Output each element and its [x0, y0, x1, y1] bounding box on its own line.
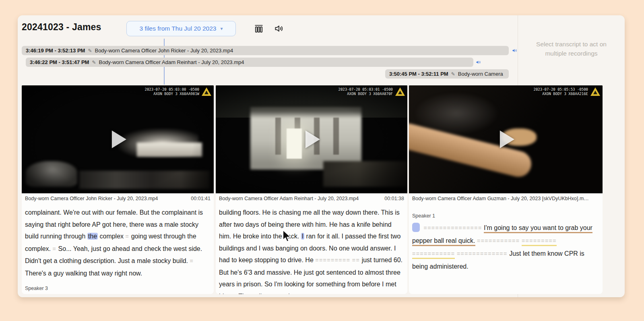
volume-icon[interactable]	[274, 23, 284, 34]
bar-time-range: 3:46:22 PM - 3:51:47 PM	[30, 59, 89, 65]
bar-filename: Body-worn Camera Officer John Ricker - J…	[95, 48, 233, 54]
timeline-bar-ricker[interactable]: 3:46:19 PM - 3:52:13 PM ✎ Body-worn Came…	[22, 46, 509, 55]
transcript-segment-dash[interactable]: ==	[352, 257, 360, 263]
video-title: Body-worn Camera Officer Adam Guzman - J…	[412, 196, 589, 201]
chevron-down-icon: ▾	[220, 26, 223, 31]
axon-overlay: 2023-07-20 05:03:01 -0500 AXON BODY 3 X6…	[339, 87, 405, 96]
video-panel-ricker: 2023-07-20 05:03:00 -0500 AXON BODY 3 X6…	[22, 85, 214, 294]
transcript-segment-dash[interactable]: ===============	[423, 225, 482, 231]
bar-volume-icon[interactable]	[475, 59, 482, 65]
axon-logo-icon	[202, 87, 211, 96]
transcript[interactable]: complainant. We're out with our female. …	[22, 204, 214, 294]
transcript-segment-hl[interactable]: the	[87, 233, 98, 240]
axon-logo-icon	[395, 87, 405, 96]
axon-overlay: 2023-07-20 05:05:53 -0500 AXON BODY 3 X6…	[534, 87, 600, 96]
transcript-segment-hlblock[interactable]	[412, 223, 420, 232]
transcript-segment-dash[interactable]: ===========	[477, 238, 520, 244]
bar-filename: Body-worn Camera Officer Adam Reinhart -…	[99, 59, 244, 65]
overlay-timestamp: 2023-07-20 05:03:00 -0500	[145, 87, 199, 92]
transcript-segment-speaker: Speaker 1	[412, 213, 599, 219]
video-panel-guzman: 2023-07-20 05:05:53 -0500 AXON BODY 3 X6…	[409, 85, 603, 294]
transcript-segment-text[interactable]: complex	[99, 233, 125, 240]
overlay-device: AXON BODY 3 X60AA216E	[534, 92, 588, 96]
video-duration: 00:01:41	[191, 196, 211, 201]
video-panel-reinhart: 2023-07-20 05:03:01 -0500 AXON BODY 3 X6…	[216, 85, 407, 294]
transcript-segment-dash[interactable]: =	[233, 293, 237, 294]
columns-view-icon[interactable]	[254, 23, 264, 34]
overlay-timestamp: 2023-07-20 05:03:01 -0500	[339, 87, 393, 92]
edit-icon[interactable]: ✎	[88, 48, 92, 54]
files-dropdown-label: 3 files from Thu Jul 20 2023	[139, 25, 216, 32]
video-duration: 00:01:38	[384, 196, 404, 201]
play-icon[interactable]	[305, 130, 320, 148]
edit-icon[interactable]: ✎	[451, 71, 455, 77]
edit-icon[interactable]: ✎	[92, 60, 96, 65]
bar-time-range: 3:46:19 PM - 3:52:13 PM	[26, 48, 85, 54]
transcript-segment-dashy[interactable]: =========	[522, 238, 557, 246]
video-player[interactable]: 2023-07-20 05:03:01 -0500 AXON BODY 3 X6…	[216, 85, 407, 193]
page-title: 20241023 - James	[22, 22, 101, 33]
timeline-bar-reinhart[interactable]: 3:46:22 PM - 3:51:47 PM ✎ Body-worn Came…	[26, 58, 473, 67]
overlay-timestamp: 2023-07-20 05:05:53 -0500	[534, 87, 588, 92]
main-card: 20241023 - James 3 files from Thu Jul 20…	[18, 15, 625, 297]
transcript-segment-dash[interactable]: =========	[315, 257, 350, 263]
transcript-segment-speaker: Speaker 3	[25, 285, 210, 292]
transcript-segment-text[interactable]: That ruling came in on	[239, 293, 302, 294]
bar-filename: Body-worn Camera	[458, 71, 503, 77]
multi-select-hint: Select transcript to act on multiple rec…	[528, 39, 614, 58]
timeline-bar-guzman[interactable]: 3:50:45 PM - 3:52:11 PM ✎ Body-worn Came…	[385, 69, 509, 79]
transcript-segment-dash[interactable]: =	[52, 246, 56, 252]
transcript-segment-text[interactable]: There's a guy walking that way right now…	[25, 270, 142, 277]
overlay-device: AXON BODY 3 X60AA981W	[145, 92, 199, 96]
transcript-segment-dashy[interactable]: ===========	[412, 251, 455, 259]
video-title: Body-worn Camera Officer Adam Reinhart -…	[219, 196, 359, 201]
overlay-device: AXON BODY 3 X60AA870F	[339, 92, 393, 96]
axon-logo-icon	[590, 87, 600, 96]
bar-time-range: 3:50:45 PM - 3:52:11 PM	[389, 71, 448, 77]
axon-overlay: 2023-07-20 05:03:00 -0500 AXON BODY 3 X6…	[145, 87, 211, 96]
transcript[interactable]: building floors. He is chasing me all th…	[216, 204, 407, 294]
transcript-segment-hl[interactable]: I	[301, 233, 304, 240]
play-icon[interactable]	[500, 130, 514, 148]
transcript-segment-dash[interactable]: =============	[457, 251, 508, 257]
play-icon[interactable]	[111, 130, 126, 148]
transcript[interactable]: Speaker 1 =============== I'm going to s…	[409, 204, 603, 294]
transcript-segment-dash[interactable]: =	[126, 233, 130, 240]
video-player[interactable]: 2023-07-20 05:03:00 -0500 AXON BODY 3 X6…	[22, 85, 214, 193]
files-dropdown-button[interactable]: 3 files from Thu Jul 20 2023 ▾	[126, 21, 236, 36]
video-player[interactable]: 2023-07-20 05:05:53 -0500 AXON BODY 3 X6…	[409, 85, 603, 193]
transcript-segment-dash[interactable]: =	[190, 258, 194, 264]
video-title: Body-worn Camera Officer John Ricker - J…	[25, 196, 158, 201]
bar-volume-icon[interactable]	[511, 48, 518, 54]
